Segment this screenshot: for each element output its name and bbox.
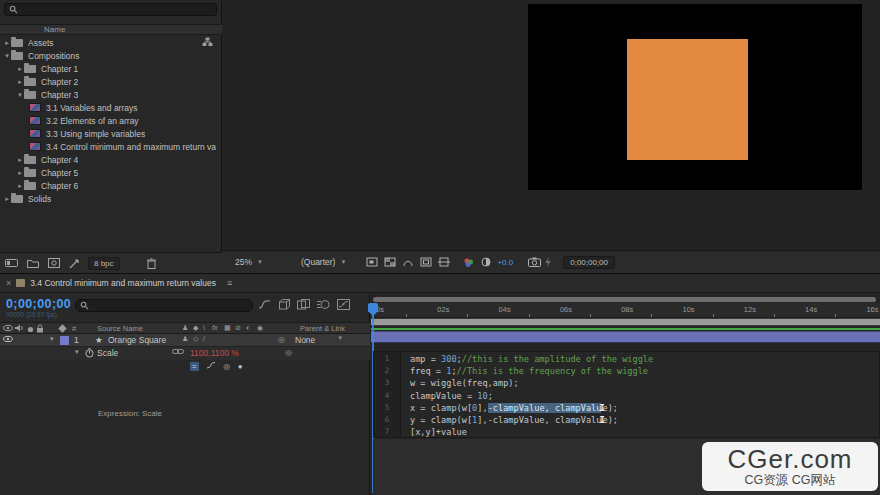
code-line[interactable]: [x,y]+value (410, 427, 653, 439)
project-flowchart-button[interactable] (67, 257, 82, 270)
transparency-grid-button[interactable] (383, 256, 397, 268)
mask-visibility-button[interactable] (401, 256, 415, 268)
interpret-footage-button[interactable] (4, 257, 19, 270)
fx-switch-icon[interactable]: fx (212, 324, 217, 331)
frame-blending-button[interactable] (297, 299, 310, 310)
twirl-collapsed-icon[interactable]: ▸ (3, 195, 11, 203)
twirl-expanded-icon[interactable]: ▾ (3, 52, 11, 60)
source-name-column[interactable]: Source Name (97, 324, 143, 333)
motion-blur-button[interactable] (317, 299, 330, 310)
composition-view[interactable] (528, 4, 862, 190)
layer-twirl-icon[interactable]: ▾ (50, 335, 54, 343)
frame-blend-switch-icon[interactable]: ▦ (224, 324, 231, 332)
playhead[interactable] (368, 303, 378, 312)
lock-icon[interactable] (36, 324, 44, 333)
code-line[interactable]: x = clamp(w[0],-clampValue, clampValue); (410, 403, 653, 415)
parent-link-column[interactable]: Parent & Link (300, 324, 345, 333)
project-search-input[interactable] (4, 3, 217, 16)
motion-blur-switch-icon[interactable]: ⊘ (235, 324, 241, 332)
exposure-value[interactable]: +0.0 (497, 258, 513, 267)
scale-property-label[interactable]: Scale (97, 348, 118, 358)
twirl-collapsed-icon[interactable]: ▸ (16, 78, 24, 86)
tree-folder-row[interactable]: ▸Assets (0, 36, 221, 49)
time-ruler[interactable]: 0s02s04s06s08s10s12s14s16s (371, 303, 880, 318)
stopwatch-icon[interactable] (85, 348, 94, 358)
tree-folder-row[interactable]: ▾Compositions (0, 49, 221, 62)
scale-value[interactable]: 1100,1100 % (190, 348, 239, 358)
code-line[interactable]: clampValue = 10; (410, 391, 653, 403)
current-time-field[interactable]: 0;00;00;00 (6, 297, 71, 311)
tree-folder-row[interactable]: ▾Chapter 3 (0, 88, 221, 101)
solo-icon[interactable] (27, 326, 34, 333)
draft-3d-button[interactable] (278, 299, 290, 310)
layer-label-color[interactable] (60, 336, 69, 345)
layer-collapse-icon[interactable]: ◇ (193, 335, 198, 343)
code-line[interactable]: y = clamp(w[1],-clampValue, clampValue); (410, 415, 653, 427)
collapse-switch-icon[interactable]: ◆ (193, 324, 198, 332)
tree-folder-row[interactable]: ▸Chapter 1 (0, 62, 221, 75)
expression-graph-button[interactable] (206, 362, 218, 371)
panel-menu-icon[interactable]: ≡ (227, 278, 232, 288)
tree-folder-row[interactable]: ▸Solids (0, 192, 221, 205)
region-of-interest-button[interactable] (365, 256, 379, 268)
bit-depth-button[interactable]: 8 bpc (88, 257, 120, 270)
resolution-dropdown[interactable]: (Quarter) ▼ (296, 255, 351, 269)
tree-folder-row[interactable]: ▸Chapter 4 (0, 153, 221, 166)
tree-folder-row[interactable]: ▸Chapter 5 (0, 166, 221, 179)
snapshot-camera-button[interactable] (527, 256, 541, 268)
layer-duration-bar[interactable] (371, 331, 880, 343)
expression-language-menu-button[interactable]: ● (238, 362, 243, 371)
expression-pick-whip-icon[interactable]: ◎ (223, 362, 230, 371)
viewer-timecode[interactable]: 0;00;00;00 (563, 256, 615, 269)
twirl-collapsed-icon[interactable]: ▸ (16, 65, 24, 73)
tree-folder-row[interactable]: ▸Chapter 6 (0, 179, 221, 192)
layer-quality-icon[interactable]: / (203, 335, 205, 342)
composition-mini-flowchart-button[interactable] (258, 299, 271, 310)
timeline-search-input[interactable] (75, 299, 253, 312)
layer-visibility-eye-icon[interactable] (3, 335, 13, 343)
scale-property-row[interactable]: ▾ Scale 1100,1100 % ◎ (0, 347, 370, 360)
show-snapshot-button[interactable] (541, 256, 555, 268)
code-line[interactable]: w = wiggle(freq,amp); (410, 378, 653, 390)
expression-code[interactable]: amp = 300;//this is the amplitude of the… (401, 352, 653, 437)
work-area-bar[interactable] (371, 318, 880, 326)
tree-comp-row[interactable]: 3.3 Using simple variables (0, 127, 221, 140)
code-line[interactable]: amp = 300;//this is the amplitude of the… (410, 354, 653, 366)
constrain-proportions-link-icon[interactable] (172, 348, 184, 355)
parent-dropdown[interactable]: None▼ (295, 335, 343, 345)
twirl-collapsed-icon[interactable]: ▸ (3, 39, 11, 47)
timeline-tab[interactable]: 3.4 Control minimum and maximum return v… (30, 278, 216, 288)
tree-comp-row[interactable]: 3.4 Control minimum and maximum return v… (0, 140, 221, 153)
layer-number-column[interactable]: # (72, 324, 76, 333)
tree-folder-row[interactable]: ▸Chapter 2 (0, 75, 221, 88)
code-line[interactable]: freq = 1;//This is the frequency of the … (410, 366, 653, 378)
twirl-collapsed-icon[interactable]: ▸ (16, 156, 24, 164)
shy-switch-icon[interactable]: ♟ (182, 324, 188, 332)
layer-name[interactable]: Orange Square (108, 335, 166, 345)
new-composition-button[interactable] (46, 257, 61, 270)
project-name-column-header[interactable]: Name (0, 24, 222, 35)
timeline-navigator-bar[interactable] (373, 297, 876, 302)
adjustment-layer-switch-icon[interactable]: ◐ (246, 324, 250, 331)
show-channel-icon[interactable] (461, 256, 475, 268)
eye-icon[interactable] (3, 324, 13, 332)
graph-editor-button[interactable] (337, 299, 350, 310)
3d-layer-switch-icon[interactable]: ◉ (257, 324, 263, 332)
tree-comp-row[interactable]: 3.1 Variables and arrays (0, 101, 221, 114)
magnification-dropdown[interactable]: 25% ▼ (230, 255, 268, 269)
twirl-expanded-icon[interactable]: ▾ (16, 91, 24, 99)
twirl-collapsed-icon[interactable]: ▸ (16, 182, 24, 190)
orange-square-layer[interactable] (627, 39, 748, 160)
new-folder-button[interactable] (25, 257, 40, 270)
layer-row[interactable]: ▾ 1 ★ Orange Square ♟ ◇ / ◎ None▼ (0, 334, 370, 347)
audio-icon[interactable] (15, 324, 24, 332)
expression-editor[interactable]: 1234567 amp = 300;//this is the amplitud… (373, 351, 880, 438)
property-pick-whip-icon[interactable]: ◎ (285, 348, 292, 357)
layer-shy-icon[interactable]: ♟ (182, 335, 188, 343)
close-tab-icon[interactable]: × (6, 278, 11, 288)
quality-switch-icon[interactable]: \ (203, 324, 205, 331)
guides-button[interactable] (419, 256, 433, 268)
exposure-icon[interactable] (479, 256, 493, 268)
delete-item-button[interactable] (144, 257, 159, 270)
tree-comp-row[interactable]: 3.2 Elements of an array (0, 114, 221, 127)
